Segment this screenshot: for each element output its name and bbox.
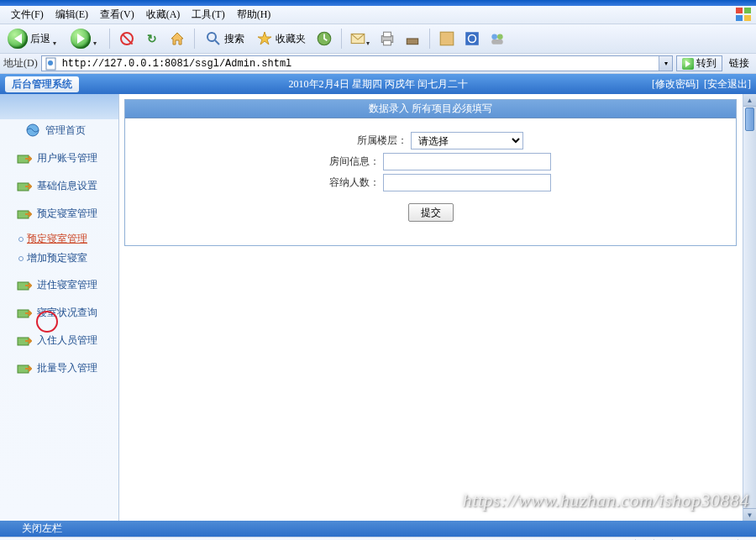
- app-body: 管理首页 用户账号管理 基础信息设置 预定寝室管理 预定寝室管理 增加预定寝室: [0, 94, 756, 521]
- messenger-icon: [489, 30, 506, 47]
- separator: [109, 29, 110, 49]
- app-logo: 后台管理系统: [5, 76, 79, 92]
- address-dropdown-button[interactable]: ▾: [659, 56, 672, 71]
- print-icon: [379, 30, 396, 47]
- menu-file[interactable]: 文件(F): [5, 5, 50, 24]
- folder-arrow-icon: [17, 363, 32, 375]
- back-button[interactable]: 后退: [3, 27, 63, 50]
- sidebar-home[interactable]: 管理首页: [0, 119, 118, 144]
- menu-view[interactable]: 查看(V): [94, 5, 140, 24]
- svg-rect-0: [736, 8, 743, 13]
- links-label[interactable]: 链接: [726, 56, 753, 71]
- svg-rect-10: [384, 40, 391, 45]
- menu-help[interactable]: 帮助(H): [231, 5, 277, 24]
- sidebar-home-label: 管理首页: [45, 123, 86, 138]
- history-icon: [316, 30, 333, 47]
- search-button[interactable]: 搜索: [201, 27, 249, 50]
- home-icon: [169, 30, 186, 47]
- bullet-icon: [18, 256, 24, 261]
- sidebar-subitem-add-reservation[interactable]: 增加预定寝室: [15, 249, 118, 268]
- submit-button[interactable]: 提交: [408, 203, 454, 222]
- scroll-up-button[interactable]: ▲: [743, 94, 756, 107]
- go-arrow-icon: [682, 58, 694, 70]
- stop-button[interactable]: [116, 27, 138, 50]
- print-button[interactable]: [376, 27, 398, 50]
- sidebar-item-user-account[interactable]: 用户账号管理: [0, 144, 118, 172]
- search-label: 搜索: [224, 32, 244, 46]
- bullet-icon: [18, 237, 24, 242]
- svg-point-4: [207, 33, 216, 41]
- svg-rect-13: [465, 32, 479, 45]
- svg-rect-11: [407, 39, 417, 45]
- floor-select[interactable]: 请选择: [411, 132, 523, 149]
- extra2-button[interactable]: [461, 27, 483, 50]
- menu-favorites[interactable]: 收藏(A): [140, 5, 186, 24]
- mail-button[interactable]: [348, 27, 373, 50]
- app-header-links: [修改密码] [安全退出]: [652, 77, 751, 92]
- app-icon: [464, 30, 480, 47]
- svg-point-14: [491, 34, 497, 39]
- sidebar-item-batch-import[interactable]: 批量导入管理: [0, 354, 118, 382]
- sidebar-item-label: 入住人员管理: [37, 333, 97, 348]
- chevron-down-icon: [53, 36, 59, 42]
- folder-arrow-icon: [17, 181, 32, 192]
- close-sidebar-bar[interactable]: 关闭左栏: [0, 521, 756, 537]
- close-sidebar-label: 关闭左栏: [22, 522, 62, 536]
- form-row-floor: 所属楼层： 请选择: [159, 132, 702, 149]
- app-header: 后台管理系统 2010年2月4日 星期四 丙戌年 闰七月二十 [修改密码] [安…: [0, 74, 756, 94]
- messenger-button[interactable]: [486, 27, 508, 50]
- sidebar-item-label: 基础信息设置: [37, 179, 97, 193]
- form-panel-body: 所属楼层： 请选择 房间信息： 容纳人数： 提交: [125, 118, 736, 245]
- sidebar-item-status-query[interactable]: 寝室状况查询: [0, 299, 118, 327]
- chevron-down-icon: [366, 36, 372, 42]
- svg-rect-12: [440, 32, 454, 45]
- svg-rect-2: [736, 15, 743, 21]
- favorites-button[interactable]: 收藏夹: [252, 27, 310, 50]
- go-button[interactable]: 转到: [676, 55, 722, 71]
- room-input[interactable]: [383, 153, 551, 170]
- content-area: 数据录入 所有项目必须填写 所属楼层： 请选择 房间信息： 容纳人数： 提交: [119, 94, 756, 521]
- scroll-down-button[interactable]: ▼: [743, 508, 756, 521]
- edit-button[interactable]: [402, 27, 423, 50]
- capacity-input[interactable]: [383, 174, 551, 191]
- svg-rect-3: [744, 15, 751, 21]
- window-title: 后台管理系统 - Microsoft Internet Explorer: [2, 0, 171, 1]
- menu-tools[interactable]: 工具(T): [186, 5, 230, 24]
- mail-icon: [349, 30, 366, 47]
- windows-logo-icon: [734, 7, 754, 22]
- back-arrow-icon: [8, 29, 28, 49]
- folder-arrow-icon: [17, 307, 32, 319]
- svg-rect-16: [491, 39, 502, 45]
- capacity-label: 容纳人数：: [311, 176, 383, 190]
- sidebar-item-occupant[interactable]: 入住人员管理: [0, 327, 118, 354]
- extra1-button[interactable]: [436, 27, 458, 50]
- folder-arrow-icon: [17, 208, 32, 220]
- forward-button[interactable]: [66, 27, 103, 50]
- sidebar-item-label: 寝室状况查询: [37, 306, 97, 320]
- logout-link[interactable]: [安全退出]: [704, 77, 751, 92]
- scroll-thumb[interactable]: [745, 107, 754, 131]
- address-input-wrap[interactable]: ▾: [41, 55, 673, 71]
- change-password-link[interactable]: [修改密码]: [652, 77, 699, 92]
- stop-icon: [118, 30, 135, 47]
- content-scrollbar[interactable]: ▲ ▼: [743, 94, 756, 521]
- square-icon: [438, 30, 455, 47]
- menubar: 文件(F) 编辑(E) 查看(V) 收藏(A) 工具(T) 帮助(H): [0, 6, 756, 24]
- address-input[interactable]: [60, 58, 659, 70]
- floor-label: 所属楼层：: [339, 134, 411, 148]
- sidebar-subitem-reservation-manage[interactable]: 预定寝室管理: [15, 229, 118, 249]
- form-panel: 数据录入 所有项目必须填写 所属楼层： 请选择 房间信息： 容纳人数： 提交: [124, 99, 737, 246]
- sidebar-item-checkin[interactable]: 进住寝室管理: [0, 271, 118, 299]
- home-button[interactable]: [166, 27, 188, 50]
- statusbar: http://127.0.0.1:8081/ssgl/admin/yd/inde…: [0, 537, 756, 540]
- refresh-button[interactable]: ↻: [141, 27, 163, 50]
- sidebar-item-basic-info[interactable]: 基础信息设置: [0, 172, 118, 200]
- svg-point-18: [48, 60, 53, 66]
- history-button[interactable]: [313, 27, 335, 50]
- menu-edit[interactable]: 编辑(E): [50, 5, 94, 24]
- svg-rect-1: [744, 8, 751, 13]
- star-icon: [256, 30, 273, 47]
- sidebar-item-reservation[interactable]: 预定寝室管理: [0, 200, 118, 228]
- addressbar: 地址(D) ▾ 转到 链接: [0, 54, 756, 74]
- separator: [341, 29, 342, 49]
